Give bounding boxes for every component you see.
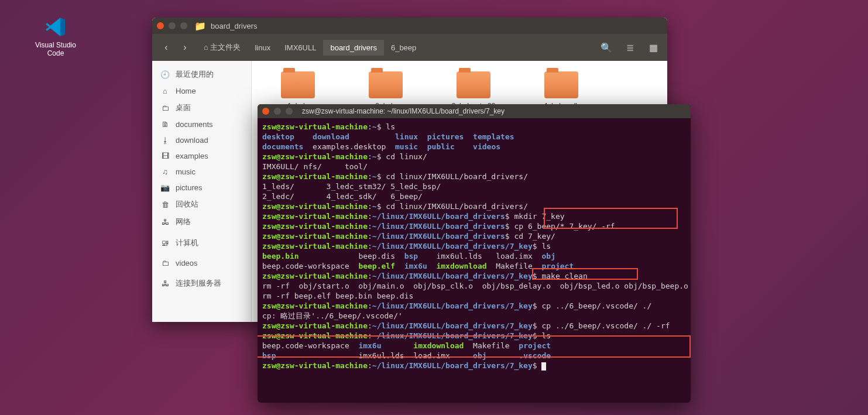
view-grid-icon[interactable]: ▦ bbox=[644, 38, 663, 57]
sidebar-item-download[interactable]: ⭳download bbox=[152, 132, 251, 148]
sidebar-item-label: pictures bbox=[176, 183, 203, 192]
sidebar-item-recent[interactable]: 🕘最近使用的 bbox=[152, 66, 251, 83]
terminal-cursor bbox=[541, 362, 546, 371]
folder-icon: 🗀 bbox=[160, 259, 170, 267]
sidebar-item-label: Home bbox=[176, 87, 196, 95]
computer-icon: 🖳 bbox=[160, 239, 170, 248]
sidebar-item-pictures[interactable]: 📷pictures bbox=[152, 180, 251, 196]
sidebar-item-label: music bbox=[176, 167, 195, 176]
filemanager-toolbar: ‹ › ⌂ 主文件夹 linux IMX6ULL board_drivers 6… bbox=[152, 34, 667, 61]
terminal-body[interactable]: zsw@zsw-virtual-machine:~$ ls desktop do… bbox=[258, 118, 691, 403]
folder-icon bbox=[369, 71, 403, 98]
sidebar-item-trash[interactable]: 🗑回收站 bbox=[152, 196, 251, 213]
breadcrumb-imx6ull[interactable]: IMX6ULL bbox=[277, 40, 323, 56]
desktop-icon-label: Visual Studio Code bbox=[32, 41, 79, 57]
sidebar-item-connect-server[interactable]: 🖧连接到服务器 bbox=[152, 271, 251, 292]
window-close-button[interactable] bbox=[157, 22, 164, 29]
folder-icon: 🗀 bbox=[160, 104, 170, 112]
sidebar-item-label: documents bbox=[176, 120, 213, 129]
sidebar-item-label: 计算机 bbox=[176, 238, 198, 248]
home-icon: ⌂ bbox=[160, 87, 170, 95]
pictures-icon: 📷 bbox=[160, 183, 170, 192]
sidebar-item-home[interactable]: ⌂Home bbox=[152, 83, 251, 99]
window-minimize-button[interactable] bbox=[169, 22, 176, 29]
terminal-titlebar[interactable]: zsw@zsw-virtual-machine: ~/linux/IMX6ULL… bbox=[258, 104, 691, 118]
sidebar-item-examples[interactable]: 🎞examples bbox=[152, 148, 251, 164]
breadcrumb-6beep[interactable]: 6_beep bbox=[384, 40, 423, 56]
trash-icon: 🗑 bbox=[160, 200, 170, 209]
filemanager-title: board_drivers bbox=[211, 22, 258, 30]
network-icon: 🖧 bbox=[160, 218, 170, 227]
folder-icon bbox=[457, 71, 490, 98]
breadcrumb-home[interactable]: ⌂ 主文件夹 bbox=[197, 39, 248, 56]
sidebar-item-network[interactable]: 🖧网络 bbox=[152, 213, 251, 231]
sidebar-item-computer[interactable]: 🖳计算机 bbox=[152, 231, 251, 252]
sidebar-item-label: 网络 bbox=[176, 217, 191, 227]
sidebar-item-desktop[interactable]: 🗀桌面 bbox=[152, 99, 251, 116]
sidebar-item-label: 连接到服务器 bbox=[176, 278, 221, 289]
sidebar-item-videos[interactable]: 🗀videos bbox=[152, 252, 251, 271]
terminal-window: zsw@zsw-virtual-machine: ~/linux/IMX6ULL… bbox=[258, 104, 691, 403]
sidebar-item-label: examples bbox=[176, 152, 208, 160]
terminal-maximize-button[interactable] bbox=[286, 108, 293, 115]
nav-forward-button[interactable]: › bbox=[176, 38, 194, 57]
music-icon: ♫ bbox=[160, 167, 170, 176]
terminal-minimize-button[interactable] bbox=[274, 108, 281, 115]
connect-icon: 🖧 bbox=[160, 279, 170, 288]
download-icon: ⭳ bbox=[160, 136, 170, 145]
filemanager-sidebar: 🕘最近使用的 ⌂Home 🗀桌面 🗎documents ⭳download 🎞e… bbox=[152, 61, 252, 322]
folder-icon bbox=[544, 71, 578, 98]
terminal-close-button[interactable] bbox=[262, 108, 269, 115]
examples-icon: 🎞 bbox=[160, 152, 170, 160]
window-maximize-button[interactable] bbox=[180, 22, 187, 29]
nav-back-button[interactable]: ‹ bbox=[157, 38, 176, 57]
sidebar-item-label: videos bbox=[176, 259, 198, 267]
sidebar-item-music[interactable]: ♫music bbox=[152, 164, 251, 180]
breadcrumb: ⌂ 主文件夹 linux IMX6ULL board_drivers 6_bee… bbox=[197, 39, 423, 56]
recent-icon: 🕘 bbox=[160, 70, 170, 79]
search-icon[interactable]: 🔍 bbox=[597, 38, 616, 57]
folder-icon bbox=[281, 71, 315, 98]
filemanager-titlebar[interactable]: 📁 board_drivers bbox=[152, 18, 667, 34]
documents-icon: 🗎 bbox=[160, 120, 170, 129]
desktop-icon-vscode[interactable]: Visual Studio Code bbox=[32, 16, 79, 57]
folder-titlebar-icon: 📁 bbox=[194, 20, 206, 32]
breadcrumb-boarddrivers[interactable]: board_drivers bbox=[323, 40, 384, 56]
sidebar-item-documents[interactable]: 🗎documents bbox=[152, 116, 251, 132]
sidebar-item-label: 桌面 bbox=[176, 102, 191, 113]
view-list-icon[interactable]: ≣ bbox=[620, 38, 639, 57]
breadcrumb-home-label: 主文件夹 bbox=[210, 43, 241, 52]
sidebar-item-label: 回收站 bbox=[176, 199, 198, 210]
vscode-app-icon bbox=[45, 16, 66, 37]
breadcrumb-linux[interactable]: linux bbox=[248, 40, 277, 56]
sidebar-item-label: 最近使用的 bbox=[176, 69, 214, 80]
terminal-title: zsw@zsw-virtual-machine: ~/linux/IMX6ULL… bbox=[302, 107, 505, 115]
sidebar-item-label: download bbox=[176, 136, 208, 145]
